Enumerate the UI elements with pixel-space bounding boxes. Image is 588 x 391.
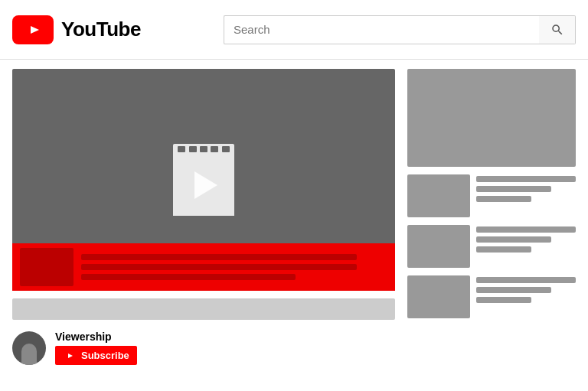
search-icon [550, 23, 564, 37]
main-content: Viewership Subscribe [0, 60, 588, 391]
video-title-line [81, 254, 357, 260]
channel-name: Viewership [55, 331, 137, 343]
left-column: Viewership Subscribe [12, 69, 395, 382]
subscribe-youtube-icon [63, 351, 77, 360]
rec-lines-2 [476, 225, 576, 253]
search-button[interactable] [539, 15, 576, 44]
rec-line-1c [476, 196, 531, 202]
video-subtitle-line [81, 264, 357, 270]
rec-line-2c [476, 246, 531, 253]
recommended-item-2 [407, 225, 576, 268]
search-bar [224, 15, 576, 44]
header: YouTube [0, 0, 588, 60]
video-title-bar [12, 298, 395, 320]
recommended-item-1 [407, 174, 576, 217]
play-box [173, 155, 234, 216]
channel-avatar[interactable] [12, 331, 46, 365]
rec-line-3b [476, 287, 551, 293]
rec-lines-1 [476, 174, 576, 202]
video-text-info [81, 254, 387, 280]
rec-lines-3 [476, 275, 576, 303]
right-column [407, 69, 576, 382]
featured-thumbnail[interactable] [407, 69, 576, 167]
play-triangle-icon [194, 171, 217, 199]
video-meta-line [81, 274, 296, 280]
rec-thumbnail-2[interactable] [407, 225, 470, 268]
film-strip-icon [173, 144, 234, 155]
avatar-figure [21, 344, 37, 365]
rec-line-1b [476, 186, 551, 192]
search-input[interactable] [224, 15, 539, 44]
rec-line-2b [476, 236, 551, 243]
rec-line-3a [476, 277, 576, 283]
rec-line-2a [476, 226, 576, 233]
video-thumbnail [20, 248, 74, 286]
rec-thumbnail-1[interactable] [407, 174, 470, 217]
subscribe-label: Subscribe [81, 350, 129, 361]
rec-line-1a [476, 176, 576, 182]
rec-thumbnail-3[interactable] [407, 275, 470, 318]
logo-area: YouTube [12, 15, 141, 44]
rec-line-3c [476, 297, 531, 303]
svg-marker-0 [31, 26, 39, 34]
channel-info: Viewership Subscribe [55, 331, 137, 365]
svg-marker-1 [68, 354, 73, 358]
play-icon-wrap [173, 144, 234, 216]
recommended-item-3 [407, 275, 576, 318]
youtube-logo-icon[interactable] [12, 15, 54, 44]
video-player[interactable] [12, 69, 395, 291]
subscribe-button[interactable]: Subscribe [55, 346, 137, 365]
video-info-bar [12, 243, 395, 291]
channel-row: Viewership Subscribe [12, 327, 395, 368]
logo-text: YouTube [61, 18, 141, 41]
